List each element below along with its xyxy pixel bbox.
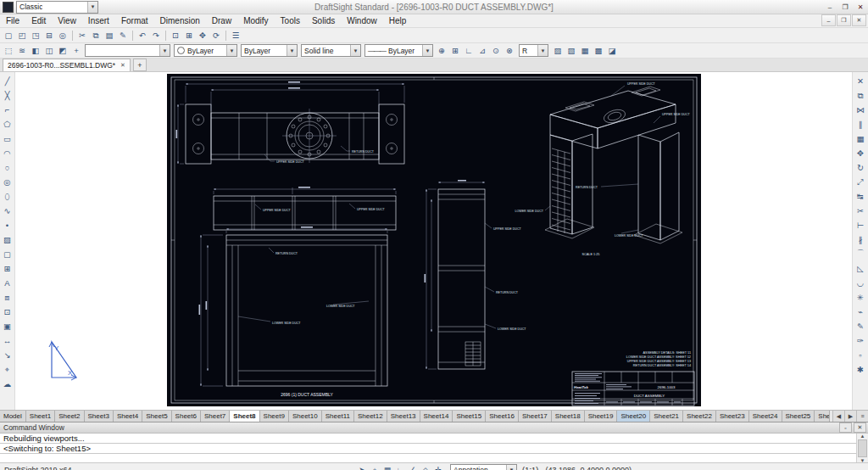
open-file-icon[interactable]: ◰ xyxy=(15,29,29,42)
tab-scroll-right-button[interactable]: ▶ xyxy=(844,411,856,422)
point-icon[interactable]: • xyxy=(1,218,14,232)
scrollbar-thumb[interactable] xyxy=(858,439,867,457)
print-icon[interactable]: ⊟ xyxy=(42,29,56,42)
tab-sheet16[interactable]: Sheet16 xyxy=(486,411,519,422)
copy-entity-icon[interactable]: ⧉ xyxy=(854,88,867,103)
undo-icon[interactable]: ↶ xyxy=(136,29,149,42)
separator[interactable] xyxy=(225,31,226,41)
lineweight-combo[interactable]: Solid line ▼ xyxy=(301,44,361,57)
edit-text-icon[interactable]: ✎ xyxy=(854,319,867,333)
menu-tools[interactable]: Tools xyxy=(275,14,306,27)
entity-snap-icon[interactable]: ⊙ xyxy=(489,44,503,57)
menu-draw[interactable]: Draw xyxy=(206,14,237,27)
make-block-icon[interactable]: ⊡ xyxy=(1,305,14,319)
close-panel-button[interactable]: ✕ xyxy=(854,422,866,433)
chevron-down-icon[interactable]: ▼ xyxy=(537,45,548,56)
tab-sheet18[interactable]: Sheet18 xyxy=(552,411,585,422)
text-icon[interactable]: A xyxy=(1,276,14,290)
printstyle-combo[interactable]: ——— ByLayer ▼ xyxy=(364,44,433,57)
layers-manager-icon[interactable]: ≋ xyxy=(15,44,29,57)
cursor-status-icon[interactable]: ➤ xyxy=(356,465,368,470)
menu-modify[interactable]: Modify xyxy=(237,14,274,27)
save-icon[interactable]: ◳ xyxy=(29,29,42,42)
pattern-icon[interactable]: ▦ xyxy=(854,131,867,146)
command-scrollbar[interactable]: ▲ ▼ xyxy=(856,434,868,463)
grid-toggle-icon[interactable]: ▦ xyxy=(381,465,393,470)
region-icon[interactable]: ▢ xyxy=(1,247,14,261)
chevron-down-icon[interactable]: ▼ xyxy=(87,2,97,13)
rectangle-icon[interactable]: ▭ xyxy=(1,131,14,146)
table-icon[interactable]: ⊞ xyxy=(1,261,14,276)
leader-icon[interactable]: ↘ xyxy=(1,348,14,362)
tab-sheet11[interactable]: Sheet11 xyxy=(322,411,354,422)
close-button[interactable]: ✕ xyxy=(853,2,868,13)
polygon-icon[interactable]: ⬠ xyxy=(1,117,14,131)
tab-sheet19[interactable]: Sheet19 xyxy=(585,411,618,422)
erase-icon[interactable]: ✕ xyxy=(854,74,867,88)
annotation-scale-combo[interactable]: Annotation ▼ xyxy=(450,464,517,470)
mdi-restore-button[interactable]: ❐ xyxy=(837,14,851,26)
grid-settings-icon[interactable]: ⊞ xyxy=(448,44,462,57)
copy-icon[interactable]: ⧉ xyxy=(89,29,103,42)
ortho-toggle-icon[interactable]: ∟ xyxy=(394,465,406,470)
menu-help[interactable]: Help xyxy=(383,14,413,27)
tab-sheet23[interactable]: Sheet23 xyxy=(716,411,749,422)
attach-image-icon[interactable]: ▣ xyxy=(1,319,14,333)
line-icon[interactable]: ╱ xyxy=(1,74,14,88)
command-window-header[interactable]: Command Window ▫ ✕ xyxy=(0,422,868,434)
menu-insert[interactable]: Insert xyxy=(82,14,115,27)
workspace-combo[interactable]: Classic ▼ xyxy=(16,1,98,14)
close-icon[interactable]: ✕ xyxy=(120,62,125,69)
chevron-down-icon[interactable]: ▼ xyxy=(506,465,516,470)
new-layer-icon[interactable]: + xyxy=(70,44,83,57)
tab-sheet1[interactable]: Sheet1 xyxy=(26,411,55,422)
zoom-window-icon[interactable]: ⊞ xyxy=(182,29,196,42)
menu-edit[interactable]: Edit xyxy=(25,14,52,27)
snap-toggle-icon[interactable]: ⌖ xyxy=(369,465,381,470)
polar-toggle-icon[interactable]: ∠ xyxy=(407,465,419,470)
etrack-toggle-icon[interactable]: ✛ xyxy=(432,465,444,470)
weld-icon[interactable]: ⌒ xyxy=(854,247,867,261)
menu-format[interactable]: Format xyxy=(115,14,154,27)
ellipse-icon[interactable]: ⬯ xyxy=(1,189,14,204)
separator[interactable] xyxy=(165,31,166,41)
properties-icon[interactable]: ☰ xyxy=(229,29,242,42)
chamfer-icon[interactable]: ◺ xyxy=(854,261,867,276)
rotate-icon[interactable]: ↻ xyxy=(854,160,867,175)
scroll-up-icon[interactable]: ▲ xyxy=(860,434,865,439)
fillet-icon[interactable]: ◡ xyxy=(854,276,867,290)
menu-view[interactable]: View xyxy=(52,14,82,27)
scale-icon[interactable]: ⤢ xyxy=(854,175,867,189)
tab-sheet12[interactable]: Sheet12 xyxy=(354,411,387,422)
tab-sheet24[interactable]: Sheet24 xyxy=(749,411,782,422)
explode-icon[interactable]: ✳ xyxy=(854,290,867,305)
spline-icon[interactable]: ∿ xyxy=(1,204,14,218)
mirror-icon[interactable]: ⋈ xyxy=(854,103,867,117)
pan-icon[interactable]: ✥ xyxy=(196,29,209,42)
tab-sheet25[interactable]: Sheet25 xyxy=(782,411,815,422)
dimension-icon[interactable]: ↔ xyxy=(1,333,14,348)
layer-preview-icon[interactable]: ◫ xyxy=(42,44,56,57)
tab-sheet20[interactable]: Sheet20 xyxy=(617,411,650,422)
separator[interactable] xyxy=(72,31,73,41)
tab-sheet4[interactable]: Sheet4 xyxy=(114,411,142,422)
new-document-button[interactable]: + xyxy=(133,59,147,71)
graphics-area[interactable]: UPPER SIDE DUCT RETURN DUCT UPPER SIDE D… xyxy=(15,72,852,410)
tab-sheet7[interactable]: Sheet7 xyxy=(201,411,230,422)
menu-file[interactable]: File xyxy=(0,14,25,27)
chevron-down-icon[interactable]: ▼ xyxy=(287,45,297,56)
pdf-underlay-icon[interactable]: ◪ xyxy=(605,44,619,57)
rebuild-icon[interactable]: ⟳ xyxy=(209,29,223,42)
chevron-down-icon[interactable]: ▼ xyxy=(226,45,236,56)
tab-sheet17[interactable]: Sheet17 xyxy=(519,411,552,422)
table-tool-icon[interactable]: ▦ xyxy=(578,44,592,57)
revision-cloud-icon[interactable]: ☁ xyxy=(1,377,14,391)
move-icon[interactable]: ✥ xyxy=(854,146,867,160)
linestyle-combo[interactable]: ByLayer ▼ xyxy=(241,44,298,57)
tab-sheet22[interactable]: Sheet22 xyxy=(683,411,716,422)
offset-icon[interactable]: ∥ xyxy=(854,117,867,131)
separator[interactable] xyxy=(132,31,133,41)
mdi-close-button[interactable]: ✕ xyxy=(852,14,866,26)
circle-icon[interactable]: ○ xyxy=(1,160,14,175)
polyline-icon[interactable]: ⌐ xyxy=(1,103,14,117)
